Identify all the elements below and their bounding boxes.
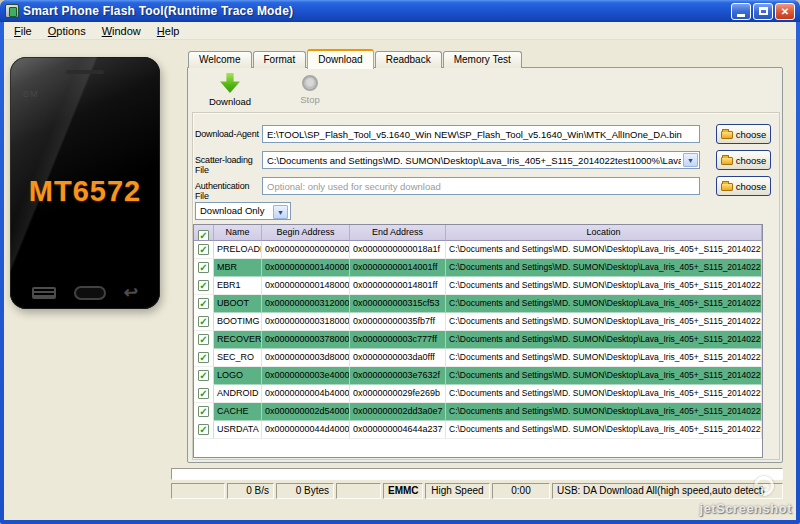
auth-file-input[interactable] <box>262 177 700 195</box>
status-storage: EMMC <box>383 483 423 499</box>
status-time: 0:00 <box>492 483 550 499</box>
stop-button[interactable]: Stop <box>280 73 340 105</box>
table-row[interactable]: ✓ LOGO 0x0000000003e40000 0x0000000003e7… <box>194 367 762 385</box>
row-checkbox[interactable]: ✓ <box>194 349 214 367</box>
partition-table: ✓ Name Begin Address End Address Locatio… <box>193 224 763 458</box>
scatter-dropdown-arrow-icon[interactable]: ▼ <box>683 153 698 167</box>
row-checkbox[interactable]: ✓ <box>194 403 214 421</box>
begin-address: 0x0000000003780000 <box>262 331 350 349</box>
status-empty-1 <box>171 483 225 499</box>
row-checkbox[interactable]: ✓ <box>194 313 214 331</box>
table-header: ✓ Name Begin Address End Address Locatio… <box>194 225 762 241</box>
begin-address: 0x0000000001480000 <box>262 277 350 295</box>
row-checkbox[interactable]: ✓ <box>194 277 214 295</box>
tab-welcome[interactable]: Welcome <box>188 51 252 68</box>
select-all-checkbox[interactable]: ✓ <box>194 225 214 241</box>
table-row[interactable]: ✓ MBR 0x0000000001400000 0x0000000001400… <box>194 259 762 277</box>
end-address: 0x00000000014801ff <box>350 277 446 295</box>
row-checkbox[interactable]: ✓ <box>194 241 214 259</box>
scatter-file-choose-button[interactable]: choose <box>716 150 771 170</box>
download-button-label: Download <box>200 96 260 107</box>
column-header-location[interactable]: Location <box>446 225 762 241</box>
table-row[interactable]: ✓ ANDROID 0x0000000004b40000 0x000000002… <box>194 385 762 403</box>
partition-name: SEC_RO <box>214 349 262 367</box>
chipset-label: MT6572 <box>10 175 160 208</box>
row-checkbox[interactable]: ✓ <box>194 367 214 385</box>
checkbox-checked-icon: ✓ <box>198 262 209 273</box>
table-row[interactable]: ✓ USRDATA 0x0000000044d40000 0x000000004… <box>194 421 762 439</box>
menu-help[interactable]: Help <box>149 23 188 39</box>
end-address: 0x000000002dd3a0e7 <box>350 403 446 421</box>
download-tab-page: Download Stop Download-Agent choose Scat… <box>187 67 783 463</box>
maximize-button[interactable] <box>753 3 773 20</box>
main-content: BM MT6572 ↩ Welcome Format Download Read… <box>4 40 796 520</box>
table-row[interactable]: ✓ EBR1 0x0000000001480000 0x000000000148… <box>194 277 762 295</box>
row-checkbox[interactable]: ✓ <box>194 295 214 313</box>
watermark-text: jetScreenshot <box>700 501 792 516</box>
end-address: 0x0000000029fe269b <box>350 385 446 403</box>
end-address: 0x000000004644a237 <box>350 421 446 439</box>
phone-back-icon: ↩ <box>124 286 138 300</box>
table-row[interactable]: ✓ RECOVERY 0x0000000003780000 0x00000000… <box>194 331 762 349</box>
column-header-begin[interactable]: Begin Address <box>262 225 350 241</box>
table-row[interactable]: ✓ BOOTIMG 0x0000000003180000 0x000000000… <box>194 313 762 331</box>
begin-address: 0x0000000004b40000 <box>262 385 350 403</box>
partition-name: PRELOADER <box>214 241 262 259</box>
row-checkbox[interactable]: ✓ <box>194 259 214 277</box>
mode-dropdown-arrow-icon[interactable]: ▼ <box>273 205 288 219</box>
table-row[interactable]: ✓ CACHE 0x000000002d540000 0x000000002dd… <box>194 403 762 421</box>
app-icon <box>5 4 19 18</box>
row-checkbox[interactable]: ✓ <box>194 385 214 403</box>
minimize-icon <box>737 14 745 17</box>
partition-location: C:\Documents and Settings\MD. SUMON\Desk… <box>446 403 762 421</box>
close-button[interactable]: ✕ <box>775 3 795 20</box>
download-agent-input[interactable] <box>262 125 700 143</box>
phone-preview: BM MT6572 ↩ <box>10 57 160 309</box>
status-link-speed: High Speed <box>425 483 490 499</box>
partition-location: C:\Documents and Settings\MD. SUMON\Desk… <box>446 331 762 349</box>
table-row[interactable]: ✓ UBOOT 0x0000000003120000 0x00000000031… <box>194 295 762 313</box>
partition-name: EBR1 <box>214 277 262 295</box>
auth-file-choose-button[interactable]: choose <box>716 176 771 196</box>
folder-icon <box>721 157 733 165</box>
phone-speaker <box>66 70 104 74</box>
title-bar[interactable]: Smart Phone Flash Tool(Runtime Trace Mod… <box>0 0 800 22</box>
begin-address: 0x0000000044d40000 <box>262 421 350 439</box>
status-usb-mode: USB: DA Download All(high speed,auto det… <box>552 483 783 499</box>
column-header-end[interactable]: End Address <box>350 225 446 241</box>
begin-address: 0x0000000000000000 <box>262 241 350 259</box>
maximize-icon <box>759 7 768 15</box>
partition-location: C:\Documents and Settings\MD. SUMON\Desk… <box>446 241 762 259</box>
auth-file-label: Authentication File <box>195 181 263 201</box>
menu-file[interactable]: File <box>6 23 40 39</box>
checkbox-checked-icon: ✓ <box>198 298 209 309</box>
minimize-button[interactable] <box>731 3 751 20</box>
window-title: Smart Phone Flash Tool(Runtime Trace Mod… <box>23 4 293 18</box>
checkbox-checked-icon: ✓ <box>198 280 209 291</box>
table-row[interactable]: ✓ PRELOADER 0x0000000000000000 0x0000000… <box>194 241 762 259</box>
status-bytes: 0 Bytes <box>276 483 334 499</box>
download-agent-choose-button[interactable]: choose <box>716 124 771 144</box>
row-checkbox[interactable]: ✓ <box>194 421 214 439</box>
choose-button-label: choose <box>736 155 767 166</box>
phone-menu-icon <box>32 287 56 299</box>
tab-download[interactable]: Download <box>307 49 373 69</box>
download-mode-select[interactable]: Download Only ▼ <box>195 202 291 220</box>
tab-memory-test[interactable]: Memory Test <box>443 51 522 68</box>
choose-button-label: choose <box>736 181 767 192</box>
menu-options[interactable]: Options <box>40 23 94 39</box>
menu-window[interactable]: Window <box>94 23 149 39</box>
watermark-logo-icon <box>752 474 782 500</box>
table-row[interactable]: ✓ SEC_RO 0x0000000003d80000 0x0000000003… <box>194 349 762 367</box>
column-header-name[interactable]: Name <box>214 225 262 241</box>
download-agent-label: Download-Agent <box>195 129 263 139</box>
tab-readback[interactable]: Readback <box>375 51 442 68</box>
partition-location: C:\Documents and Settings\MD. SUMON\Desk… <box>446 313 762 331</box>
row-checkbox[interactable]: ✓ <box>194 331 214 349</box>
scatter-file-combo-input[interactable] <box>262 151 700 169</box>
checkbox-checked-icon: ✓ <box>198 230 209 241</box>
status-speed: 0 B/s <box>227 483 274 499</box>
choose-button-label: choose <box>736 129 767 140</box>
download-button[interactable]: Download <box>200 73 260 107</box>
tab-format[interactable]: Format <box>253 51 307 68</box>
